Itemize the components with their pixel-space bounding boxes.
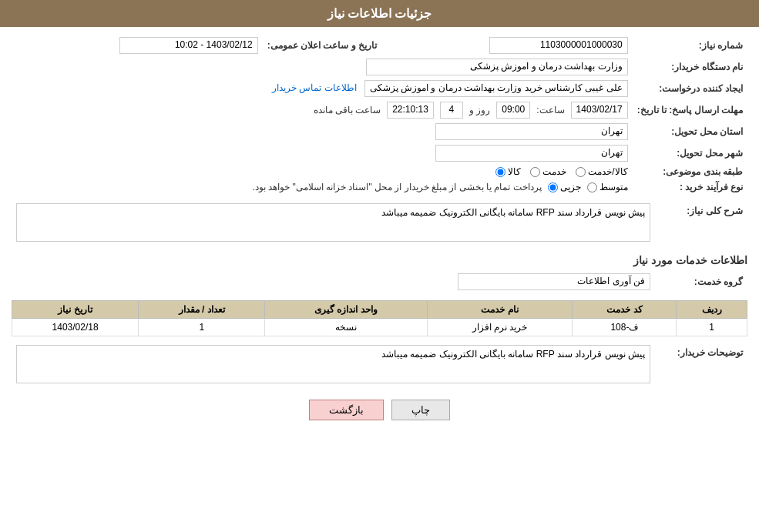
mohlat-baghimande-label: ساعت باقی مانده (314, 105, 381, 115)
mohlat-baghimande-box: 22:10:13 (387, 102, 434, 119)
col-tarikh: تاریخ نیاز (12, 301, 139, 319)
table-row: طبقه بندی موضوعی: کالا/خدمت خدمت کالا (12, 164, 747, 179)
cell-vahed: نسخه (265, 319, 427, 336)
buyer-desc-label: توضیحات خریدار: (655, 343, 747, 388)
services-section: ردیف کد خدمت نام خدمت واحد اندازه گیری ت… (12, 300, 747, 336)
col-nam: نام خدمت (427, 301, 573, 319)
sharh-label: شرح کلی نیاز: (655, 201, 747, 246)
radio-kala-khidmat[interactable]: کالا/خدمت (576, 166, 627, 177)
shomareNiaz-value: 1103000001000030 (381, 35, 633, 56)
page-wrapper: جزئیات اطلاعات نیاز شماره نیاز: 11030000… (0, 0, 759, 532)
cell-nam: خرید نرم افزار (427, 319, 573, 336)
mohlat-saat-label: ساعت: (536, 105, 564, 115)
radio-motavasset-label: متوسط (599, 182, 628, 192)
radio-khidmat-input[interactable] (530, 167, 540, 177)
tabaqe-radio-group: کالا/خدمت خدمت کالا (16, 166, 628, 177)
radio-kala-input[interactable] (495, 167, 505, 177)
cell-radif: 1 (677, 319, 747, 336)
mohlat-saat-box: 09:00 (496, 102, 530, 119)
table-row: ایجاد کننده درخواست: علی غیبی کارشناس خر… (12, 78, 747, 99)
main-content: شماره نیاز: 1103000001000030 تاریخ و ساع… (0, 27, 759, 440)
shahr-value: تهران (12, 142, 633, 164)
tabaqe-label: طبقه بندی موضوعی: (633, 164, 747, 179)
ostan-label: استان محل تحویل: (633, 121, 747, 142)
mohlat-value: 1403/02/17 ساعت: 09:00 روز و 4 22:10:13 … (12, 99, 633, 121)
radio-khidmat-label: خدمت (542, 166, 566, 177)
group-box: فن آوری اطلاعات (458, 273, 650, 290)
table-row: ردیف کد خدمت نام خدمت واحد اندازه گیری ت… (12, 301, 747, 319)
ostan-box: تهران (435, 123, 628, 140)
radio-motavasset[interactable]: متوسط (587, 182, 628, 192)
cell-tarikh: 1403/02/18 (12, 319, 139, 336)
mohlat-date-box: 1403/02/17 (571, 102, 628, 119)
mohlat-label: مهلت ارسال پاسخ: تا تاریخ: (633, 99, 747, 121)
sharh-value-cell (12, 201, 655, 246)
radio-kala-khidmat-label: کالا/خدمت (588, 166, 627, 177)
page-header: جزئیات اطلاعات نیاز (0, 0, 759, 27)
radio-khidmat[interactable]: خدمت (530, 166, 566, 177)
buyer-desc-textarea[interactable] (16, 345, 650, 383)
tarikh-value: 1403/02/12 - 10:02 (12, 35, 263, 56)
tabaqe-radios: کالا/خدمت خدمت کالا (12, 164, 633, 179)
col-tedad: تعداد / مقدار (139, 301, 265, 319)
ijadKarshenas-label: ایجاد کننده درخواست: (633, 78, 747, 99)
radio-kala[interactable]: کالا (495, 166, 521, 177)
table-row: شهر محل تحویل: تهران (12, 142, 747, 164)
table-row: مهلت ارسال پاسخ: تا تاریخ: 1403/02/17 سا… (12, 99, 747, 121)
table-row: توضیحات خریدار: (12, 343, 747, 388)
group-table: گروه خدمت: فن آوری اطلاعات (12, 271, 747, 293)
shahr-box: تهران (435, 145, 628, 162)
ijadKarshenas-value: علی غیبی کارشناس خرید وزارت بهداشت درمان… (12, 78, 633, 99)
sharh-textarea[interactable] (16, 203, 650, 242)
shahr-label: شهر محل تحویل: (633, 142, 747, 164)
namDastgah-value: وزارت بهداشت درمان و اموزش پزشکی (12, 56, 633, 78)
table-row: 1ف-108خرید نرم افزارنسخه11403/02/18 (12, 319, 747, 336)
info-table: شماره نیاز: 1103000001000030 تاریخ و ساع… (12, 35, 747, 195)
mohlat-roz-label: روز و (469, 105, 490, 115)
table-row: شرح کلی نیاز: (12, 201, 747, 246)
shomareNiaz-box: 1103000001000030 (489, 37, 628, 54)
tarikh-box: 1403/02/12 - 10:02 (119, 37, 258, 54)
table-row: استان محل تحویل: تهران (12, 121, 747, 142)
ijadKarshenas-link[interactable]: اطلاعات تماس خریدار (272, 82, 357, 93)
radio-kala-label: کالا (508, 166, 521, 177)
mohlat-roz-box: 4 (440, 102, 463, 119)
radio-jozyi-label: جزیی (560, 182, 581, 192)
farayand-label: نوع فرآیند خرید : (633, 179, 747, 195)
table-row: شماره نیاز: 1103000001000030 تاریخ و ساع… (12, 35, 747, 56)
radio-kala-khidmat-input[interactable] (576, 167, 586, 177)
services-thead: ردیف کد خدمت نام خدمت واحد اندازه گیری ت… (12, 301, 747, 319)
buyer-desc-table: توضیحات خریدار: (12, 343, 747, 388)
cell-tedad: 1 (139, 319, 265, 336)
tarikh-label: تاریخ و ساعت اعلان عمومی: (263, 35, 381, 56)
radio-jozyi-input[interactable] (548, 182, 558, 192)
shomareNiaz-label: شماره نیاز: (633, 35, 747, 56)
ostan-value: تهران (12, 121, 633, 142)
back-button[interactable]: بازگشت (309, 400, 384, 420)
table-row: نوع فرآیند خرید : متوسط جزیی پرداخت تمام… (12, 179, 747, 195)
print-button[interactable]: چاپ (391, 400, 450, 420)
col-vahed: واحد اندازه گیری (265, 301, 427, 319)
services-title: اطلاعات خدمات مورد نیاز (12, 254, 747, 266)
btn-row: چاپ بازگشت (12, 400, 747, 420)
services-tbody: 1ف-108خرید نرم افزارنسخه11403/02/18 (12, 319, 747, 336)
buyer-desc-section: توضیحات خریدار: (12, 343, 747, 388)
radio-jozyi[interactable]: جزیی (548, 182, 581, 192)
sharh-section: شرح کلی نیاز: (12, 201, 747, 246)
cell-kod: ف-108 (573, 319, 677, 336)
services-table: ردیف کد خدمت نام خدمت واحد اندازه گیری ت… (12, 300, 747, 336)
group-value-cell: فن آوری اطلاعات (12, 271, 655, 293)
table-row: گروه خدمت: فن آوری اطلاعات (12, 271, 747, 293)
farayand-content: متوسط جزیی پرداخت تمام یا بخشی از مبلغ خ… (12, 179, 633, 195)
radio-motavasset-input[interactable] (587, 182, 597, 192)
buyer-desc-value-cell (12, 343, 655, 388)
namDastgah-label: نام دستگاه خریدار: (633, 56, 747, 78)
farayand-text: پرداخت تمام یا بخشی از مبلغ خریدار از مح… (252, 182, 541, 192)
col-kod: کد خدمت (573, 301, 677, 319)
page-title: جزئیات اطلاعات نیاز (327, 7, 432, 20)
group-label: گروه خدمت: (655, 271, 747, 293)
col-radif: ردیف (677, 301, 747, 319)
table-row: نام دستگاه خریدار: وزارت بهداشت درمان و … (12, 56, 747, 78)
ijadKarshenas-box: علی غیبی کارشناس خرید وزارت بهداشت درمان… (364, 80, 628, 97)
sharh-table: شرح کلی نیاز: (12, 201, 747, 246)
